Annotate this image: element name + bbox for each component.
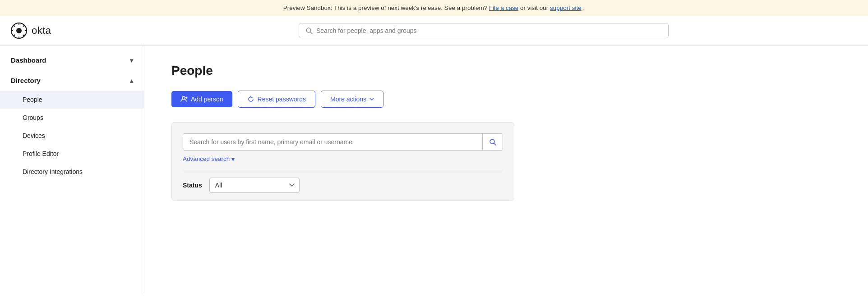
- svg-line-13: [310, 32, 312, 34]
- more-actions-button[interactable]: More actions: [321, 91, 383, 108]
- chevron-down-icon: ▾: [130, 57, 133, 64]
- okta-wordmark: okta: [32, 25, 51, 37]
- sidebar-item-people[interactable]: People: [0, 91, 144, 109]
- sidebar-item-dashboard[interactable]: Dashboard ▾: [0, 50, 144, 70]
- sidebar-item-directory[interactable]: Directory ▴: [0, 70, 144, 91]
- reset-icon: [247, 96, 254, 103]
- status-select[interactable]: All Active Inactive Locked Out Password …: [209, 178, 300, 193]
- sidebar-people-label: People: [23, 96, 42, 103]
- banner-text: Preview Sandbox: This is a preview of ne…: [283, 5, 488, 11]
- svg-line-5: [14, 26, 15, 27]
- preview-banner: Preview Sandbox: This is a preview of ne…: [0, 0, 868, 16]
- file-case-link[interactable]: File a case: [489, 5, 518, 11]
- sidebar-dashboard-label: Dashboard: [11, 56, 46, 64]
- sidebar-directory-integrations-label: Directory Integrations: [23, 168, 83, 175]
- status-label: Status: [183, 182, 202, 189]
- sidebar-devices-label: Devices: [23, 132, 45, 139]
- sidebar-item-profile-editor[interactable]: Profile Editor: [0, 145, 144, 163]
- add-person-label: Add person: [191, 96, 223, 103]
- add-person-button[interactable]: Add person: [171, 91, 232, 107]
- main-layout: Dashboard ▾ Directory ▴ People Groups De…: [0, 46, 868, 293]
- advanced-search-link[interactable]: Advanced search ▾: [183, 155, 235, 163]
- chevron-down-icon: [369, 98, 374, 101]
- page-title: People: [171, 64, 841, 78]
- search-panel: Advanced search ▾ Status All Active Inac…: [171, 122, 514, 201]
- chevron-up-icon: ▴: [130, 77, 133, 84]
- status-row: Status All Active Inactive Locked Out Pa…: [183, 170, 503, 193]
- reset-passwords-label: Reset passwords: [258, 96, 306, 103]
- advanced-search-label: Advanced search: [183, 155, 230, 162]
- user-search-button[interactable]: [482, 134, 503, 150]
- search-icon: [305, 27, 313, 34]
- svg-line-10: [23, 35, 24, 36]
- user-search-wrapper: [183, 133, 503, 151]
- header: okta: [0, 16, 868, 46]
- header-search-wrapper: [299, 23, 669, 38]
- actions-row: Add person Reset passwords More actions: [171, 91, 841, 108]
- sidebar: Dashboard ▾ Directory ▴ People Groups De…: [0, 46, 144, 293]
- support-site-link[interactable]: support site: [550, 5, 582, 11]
- reset-passwords-button[interactable]: Reset passwords: [238, 91, 315, 108]
- content-area: People Add person Reset passwords: [144, 46, 868, 293]
- sidebar-item-groups[interactable]: Groups: [0, 109, 144, 127]
- banner-suffix: .: [583, 5, 585, 11]
- search-submit-icon: [489, 138, 496, 146]
- svg-point-11: [16, 28, 22, 33]
- header-search-area: [299, 23, 669, 38]
- more-actions-label: More actions: [330, 96, 366, 103]
- sidebar-directory-label: Directory: [11, 77, 41, 84]
- user-search-input[interactable]: [183, 134, 482, 150]
- sidebar-item-directory-integrations[interactable]: Directory Integrations: [0, 163, 144, 181]
- svg-line-18: [494, 143, 496, 145]
- logo-area: okta: [11, 23, 101, 39]
- svg-line-7: [23, 26, 24, 27]
- header-search-input[interactable]: [316, 27, 662, 34]
- svg-point-14: [182, 96, 185, 99]
- svg-line-9: [14, 35, 15, 36]
- sidebar-item-devices[interactable]: Devices: [0, 127, 144, 145]
- advanced-search-chevron: ▾: [231, 155, 235, 163]
- sidebar-groups-label: Groups: [23, 114, 43, 121]
- add-person-icon: [180, 96, 188, 103]
- sidebar-profile-editor-label: Profile Editor: [23, 150, 59, 157]
- okta-logo-icon: [11, 23, 27, 39]
